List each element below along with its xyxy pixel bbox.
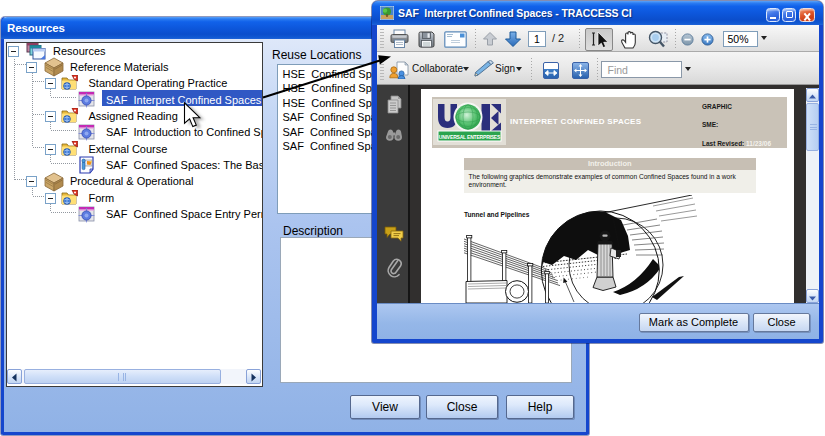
svg-text:UNIVERSAL ENTERPRISES: UNIVERSAL ENTERPRISES [439, 134, 501, 140]
